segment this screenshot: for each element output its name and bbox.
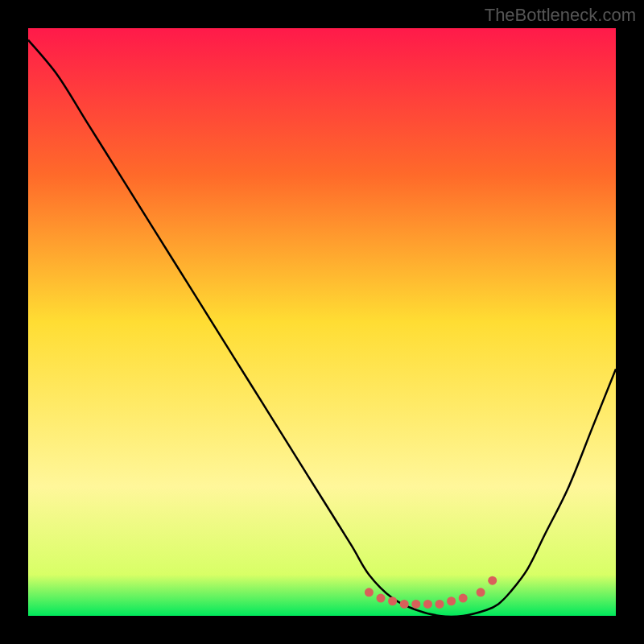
plot-area [28,28,616,616]
valley-marker [477,588,485,597]
valley-marker [488,576,497,585]
curve-layer [28,28,616,616]
watermark-text: TheBottleneck.com [485,5,636,26]
valley-marker [436,600,444,609]
valley-marker [459,594,468,603]
bottleneck-curve [28,40,616,617]
valley-marker [423,600,432,609]
valley-marker [365,588,374,597]
valley-marker [377,594,386,603]
chart-container: TheBottleneck.com [0,0,644,644]
valley-marker [447,597,456,605]
valley-marker [388,597,397,605]
valley-marker [400,600,409,609]
valley-marker [411,600,420,609]
